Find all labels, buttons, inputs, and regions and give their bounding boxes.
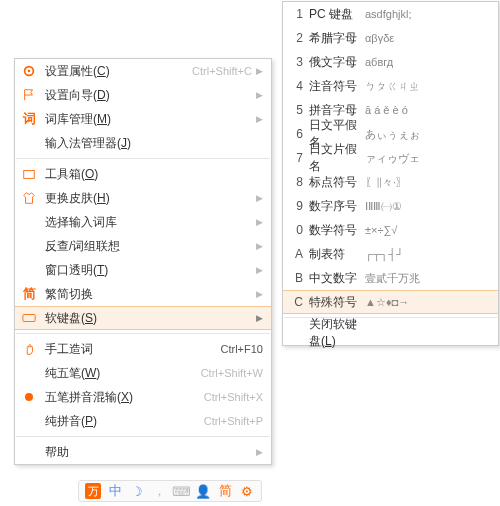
submenu-arrow-icon: ▶ xyxy=(256,114,263,124)
menu-item-label: 设置向导(D) xyxy=(45,87,252,104)
shortcut-label: Ctrl+Shift+W xyxy=(201,367,263,379)
kbd-item-0[interactable]: 0数学符号±×÷∑√ xyxy=(283,218,498,242)
menu-item-label: 窗口透明(T) xyxy=(45,262,252,279)
taskbar-item-0[interactable]: 万 xyxy=(85,483,101,499)
separator xyxy=(16,333,270,334)
menu-item-label: 输入法管理器(J) xyxy=(45,135,263,152)
key-char: 7 xyxy=(289,151,303,165)
menu-item-label: 手工造词 xyxy=(45,341,221,358)
menu-item-6[interactable]: 更换皮肤(H)▶ xyxy=(15,186,271,210)
submenu-arrow-icon: ▶ xyxy=(256,90,263,100)
kbd-item-4[interactable]: 4注音符号ㄅㄆㄍㄐㄓ xyxy=(283,74,498,98)
submenu-arrow-icon: ▶ xyxy=(256,66,263,76)
shortcut-label: Ctrl+Shift+X xyxy=(204,391,263,403)
blank-icon xyxy=(21,262,37,278)
menu-item-10[interactable]: 简繁简切换▶ xyxy=(15,282,271,306)
blank-icon xyxy=(21,365,37,381)
flag-icon xyxy=(21,87,37,103)
key-char: 9 xyxy=(289,199,303,213)
shortcut-label: Ctrl+Shift+P xyxy=(204,415,263,427)
key-char: 6 xyxy=(289,127,303,141)
key-char: 4 xyxy=(289,79,303,93)
sample-text: ㄅㄆㄍㄐㄓ xyxy=(365,79,420,94)
kbd-item-label: 数学符号 xyxy=(309,222,365,239)
sample-text: あぃぅぇぉ xyxy=(365,127,420,142)
kbd-item-8[interactable]: 8标点符号〖∥々·〗 xyxy=(283,170,498,194)
menu-item-5[interactable]: 工具箱(O) xyxy=(15,162,271,186)
sample-text: 〖∥々·〗 xyxy=(365,175,407,190)
sample-text: ▲☆♦◘→ xyxy=(365,296,409,309)
简-icon: 简 xyxy=(21,286,37,302)
词-icon: 词 xyxy=(21,111,37,127)
key-char: B xyxy=(289,271,303,285)
menu-item-label: 繁简切换 xyxy=(45,286,252,303)
menu-item-label: 工具箱(O) xyxy=(45,166,263,183)
sample-text: ±×÷∑√ xyxy=(365,224,397,236)
menu-item-7[interactable]: 选择输入词库▶ xyxy=(15,210,271,234)
kbd-item-B[interactable]: B中文数字壹貳千万兆 xyxy=(283,266,498,290)
kbd-item-label: 数字序号 xyxy=(309,198,365,215)
menu-item-18[interactable]: 帮助▶ xyxy=(15,440,271,464)
menu-item-13[interactable]: 手工造词Ctrl+F10 xyxy=(15,337,271,361)
menu-item-label: 五笔拼音混输(X) xyxy=(45,389,204,406)
kbd-item-A[interactable]: A制表符┌┬┐┤┘ xyxy=(283,242,498,266)
blank-icon xyxy=(21,238,37,254)
taskbar-item-7[interactable]: ⚙ xyxy=(239,483,255,499)
key-char: 1 xyxy=(289,7,303,21)
main-context-menu: 设置属性(C)Ctrl+Shift+C▶设置向导(D)▶词词库管理(M)▶输入法… xyxy=(14,58,272,465)
taskbar-item-5[interactable]: 👤 xyxy=(195,483,211,499)
kbd-item-label: 俄文字母 xyxy=(309,54,365,71)
svg-point-1 xyxy=(28,70,31,73)
submenu-arrow-icon: ▶ xyxy=(256,289,263,299)
key-char: 0 xyxy=(289,223,303,237)
key-char: 8 xyxy=(289,175,303,189)
shortcut-label: Ctrl+Shift+C xyxy=(192,65,252,77)
kbd-item-3[interactable]: 3俄文字母абвгд xyxy=(283,50,498,74)
taskbar-item-2[interactable]: ☽ xyxy=(129,483,145,499)
blank-icon xyxy=(21,413,37,429)
submenu-arrow-icon: ▶ xyxy=(256,241,263,251)
submenu-arrow-icon: ▶ xyxy=(256,265,263,275)
kbd-item-label: 标点符号 xyxy=(309,174,365,191)
menu-item-label: 纯五笔(W) xyxy=(45,365,201,382)
svg-rect-2 xyxy=(24,171,35,179)
kbd-icon xyxy=(21,310,37,326)
menu-item-16[interactable]: 纯拼音(P)Ctrl+Shift+P xyxy=(15,409,271,433)
key-char: 5 xyxy=(289,103,303,117)
menu-item-label: 设置属性(C) xyxy=(45,63,192,80)
taskbar-item-1[interactable]: 中 xyxy=(107,483,123,499)
menu-item-14[interactable]: 纯五笔(W)Ctrl+Shift+W xyxy=(15,361,271,385)
menu-item-2[interactable]: 词词库管理(M)▶ xyxy=(15,107,271,131)
taskbar-item-3[interactable]: ， xyxy=(151,483,167,499)
gear-icon xyxy=(21,63,37,79)
sample-text: 壹貳千万兆 xyxy=(365,271,420,286)
taskbar-item-6[interactable]: 简 xyxy=(217,483,233,499)
menu-item-0[interactable]: 设置属性(C)Ctrl+Shift+C▶ xyxy=(15,59,271,83)
kbd-item-14[interactable]: 关闭软键盘(L) xyxy=(283,321,498,345)
menu-item-label: 反查/词组联想 xyxy=(45,238,252,255)
sample-text: αβγδε xyxy=(365,32,394,44)
menu-item-label: 选择输入词库 xyxy=(45,214,252,231)
menu-item-1[interactable]: 设置向导(D)▶ xyxy=(15,83,271,107)
submenu-arrow-icon: ▶ xyxy=(256,313,263,323)
kbd-item-2[interactable]: 2希腊字母αβγδε xyxy=(283,26,498,50)
menu-item-15[interactable]: 五笔拼音混输(X)Ctrl+Shift+X xyxy=(15,385,271,409)
sample-text: ā á ě è ó xyxy=(365,104,408,116)
blank-icon xyxy=(21,214,37,230)
taskbar-item-4[interactable]: ⌨ xyxy=(173,483,189,499)
sample-text: ァィゥヴェ xyxy=(365,151,420,166)
menu-item-8[interactable]: 反查/词组联想▶ xyxy=(15,234,271,258)
kbd-item-label: 注音符号 xyxy=(309,78,365,95)
key-char: C xyxy=(289,295,303,309)
kbd-item-label: 特殊符号 xyxy=(309,294,365,311)
menu-item-9[interactable]: 窗口透明(T)▶ xyxy=(15,258,271,282)
blank-icon xyxy=(21,135,37,151)
submenu-arrow-icon: ▶ xyxy=(256,447,263,457)
menu-item-11[interactable]: 软键盘(S)▶ xyxy=(15,306,271,330)
kbd-item-7[interactable]: 7日文片假名ァィゥヴェ xyxy=(283,146,498,170)
kbd-item-9[interactable]: 9数字序号ⅠⅡⅢ㈠① xyxy=(283,194,498,218)
kbd-item-C[interactable]: C特殊符号▲☆♦◘→ xyxy=(283,290,498,314)
kbd-item-1[interactable]: 1PC 键盘asdfghjkl; xyxy=(283,2,498,26)
menu-item-3[interactable]: 输入法管理器(J) xyxy=(15,131,271,155)
blank-icon xyxy=(21,444,37,460)
